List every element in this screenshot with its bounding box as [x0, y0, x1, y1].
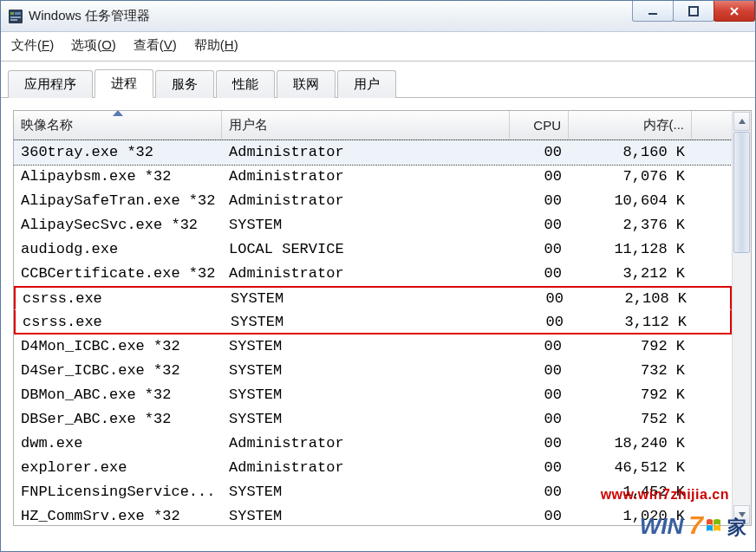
- svg-rect-4: [10, 19, 17, 21]
- cell-memory: 3,112 K: [570, 314, 694, 330]
- cell-image-name: D4Ser_ICBC.exe *32: [14, 362, 222, 379]
- menu-options[interactable]: 选项(O): [71, 37, 116, 54]
- cell-memory: 46,512 K: [569, 459, 692, 476]
- svg-rect-5: [648, 13, 657, 15]
- cell-image-name: 360tray.exe *32: [14, 144, 222, 160]
- cell-cpu: 00: [512, 314, 570, 330]
- table-row[interactable]: D4Ser_ICBC.exe *32SYSTEM00732 K: [14, 359, 732, 383]
- cell-cpu: 00: [510, 217, 569, 233]
- cell-cpu: 00: [510, 435, 569, 451]
- cell-user-name: Administrator: [222, 192, 510, 209]
- cell-memory: 18,240 K: [569, 435, 692, 451]
- scroll-track[interactable]: [733, 132, 751, 504]
- cell-user-name: SYSTEM: [222, 386, 510, 403]
- cell-user-name: Administrator: [222, 168, 510, 185]
- cell-cpu: 00: [510, 241, 569, 257]
- tab-processes[interactable]: 进程: [94, 69, 153, 98]
- cell-image-name: Alipaybsm.exe *32: [14, 168, 222, 185]
- cell-user-name: SYSTEM: [222, 362, 510, 379]
- cell-image-name: AlipaySafeTran.exe *32: [14, 192, 222, 209]
- tab-users[interactable]: 用户: [337, 70, 396, 98]
- cell-image-name: audiodg.exe: [14, 241, 222, 257]
- titlebar[interactable]: Windows 任务管理器: [1, 1, 755, 32]
- menu-file[interactable]: 文件(F): [11, 37, 54, 54]
- tabstrip: 应用程序 进程 服务 性能 联网 用户: [1, 65, 755, 98]
- app-icon: [8, 9, 23, 24]
- scroll-down-button[interactable]: [733, 505, 750, 524]
- svg-rect-2: [15, 12, 21, 15]
- cell-cpu: 00: [510, 338, 569, 354]
- table-row[interactable]: dwm.exeAdministrator0018,240 K: [14, 432, 732, 456]
- scroll-thumb[interactable]: [733, 132, 750, 253]
- cell-user-name: SYSTEM: [222, 508, 510, 524]
- table-row[interactable]: Alipaybsm.exe *32Administrator007,076 K: [14, 165, 732, 189]
- cell-cpu: 00: [510, 484, 569, 500]
- cell-cpu: 00: [510, 144, 569, 160]
- cell-user-name: SYSTEM: [222, 338, 510, 354]
- cell-cpu: 00: [510, 265, 569, 282]
- minimize-button[interactable]: [632, 1, 674, 22]
- cell-memory: 11,128 K: [569, 241, 692, 257]
- cell-user-name: SYSTEM: [224, 314, 512, 330]
- cell-memory: 732 K: [569, 362, 692, 379]
- cell-cpu: 00: [510, 386, 569, 403]
- cell-memory: 8,160 K: [569, 144, 692, 160]
- process-list[interactable]: 映像名称 用户名 CPU 内存(... 360tray.exe *32Admin…: [13, 110, 752, 526]
- table-row[interactable]: DBMon_ABC.exe *32SYSTEM00792 K: [14, 383, 732, 407]
- cell-memory: 10,604 K: [569, 192, 692, 209]
- cell-user-name: LOCAL SERVICE: [222, 241, 510, 257]
- window-buttons: [633, 1, 755, 22]
- col-cpu[interactable]: CPU: [510, 111, 569, 140]
- cell-user-name: Administrator: [222, 435, 510, 451]
- scroll-up-button[interactable]: [733, 112, 750, 131]
- window-title: Windows 任务管理器: [29, 8, 150, 24]
- maximize-button[interactable]: [673, 1, 714, 22]
- cell-image-name: csrss.exe: [16, 290, 224, 307]
- tab-performance[interactable]: 性能: [216, 70, 275, 98]
- cell-image-name: CCBCertificate.exe *32: [14, 265, 222, 282]
- menu-help[interactable]: 帮助(H): [194, 37, 238, 54]
- col-memory[interactable]: 内存(...: [569, 111, 692, 140]
- table-row[interactable]: HZ_CommSrv.exe *32SYSTEM001,020 K: [14, 504, 732, 525]
- cell-memory: 792 K: [569, 338, 692, 354]
- table-row[interactable]: csrss.exeSYSTEM003,112 K: [14, 310, 732, 334]
- cell-image-name: DBMon_ABC.exe *32: [14, 386, 222, 403]
- table-row[interactable]: audiodg.exeLOCAL SERVICE0011,128 K: [14, 237, 732, 262]
- col-image-name[interactable]: 映像名称: [14, 111, 222, 140]
- menu-view[interactable]: 查看(V): [134, 37, 177, 54]
- table-row[interactable]: 360tray.exe *32Administrator008,160 K: [14, 140, 732, 165]
- vertical-scrollbar[interactable]: [732, 111, 751, 525]
- col-user-name[interactable]: 用户名: [222, 111, 510, 140]
- close-button[interactable]: [714, 1, 755, 22]
- cell-cpu: 00: [510, 362, 569, 379]
- cell-cpu: 00: [510, 192, 569, 209]
- cell-image-name: DBSer_ABC.exe *32: [14, 411, 222, 427]
- cell-user-name: SYSTEM: [222, 411, 510, 427]
- cell-image-name: HZ_CommSrv.exe *32: [14, 508, 222, 524]
- tab-applications[interactable]: 应用程序: [8, 70, 93, 98]
- table-row[interactable]: AlipaySecSvc.exe *32SYSTEM002,376 K: [14, 213, 732, 237]
- cell-cpu: 00: [510, 459, 569, 476]
- cell-image-name: explorer.exe: [14, 459, 222, 476]
- cell-image-name: D4Mon_ICBC.exe *32: [14, 338, 222, 354]
- cell-user-name: SYSTEM: [222, 484, 510, 500]
- cell-cpu: 00: [510, 168, 569, 185]
- cell-image-name: AlipaySecSvc.exe *32: [14, 217, 222, 233]
- cell-image-name: FNPLicensingService...: [14, 484, 222, 500]
- table-row[interactable]: CCBCertificate.exe *32Administrator003,2…: [14, 262, 732, 286]
- table-row[interactable]: DBSer_ABC.exe *32SYSTEM00752 K: [14, 407, 732, 432]
- cell-memory: 2,108 K: [570, 290, 694, 307]
- table-row[interactable]: AlipaySafeTran.exe *32Administrator0010,…: [14, 189, 732, 213]
- cell-memory: 7,076 K: [569, 168, 692, 185]
- table-row[interactable]: csrss.exeSYSTEM002,108 K: [14, 286, 732, 310]
- table-row[interactable]: D4Mon_ICBC.exe *32SYSTEM00792 K: [14, 334, 732, 359]
- cell-cpu: 00: [512, 290, 570, 307]
- table-row[interactable]: explorer.exeAdministrator0046,512 K: [14, 456, 732, 480]
- menubar: 文件(F) 选项(O) 查看(V) 帮助(H): [1, 32, 755, 62]
- cell-memory: 752 K: [569, 411, 692, 427]
- watermark-url: www.win7zhijia.cn: [601, 487, 729, 503]
- cell-memory: 2,376 K: [569, 217, 692, 233]
- tab-services[interactable]: 服务: [155, 70, 214, 98]
- tab-networking[interactable]: 联网: [277, 70, 336, 98]
- column-headers: 映像名称 用户名 CPU 内存(...: [14, 111, 732, 140]
